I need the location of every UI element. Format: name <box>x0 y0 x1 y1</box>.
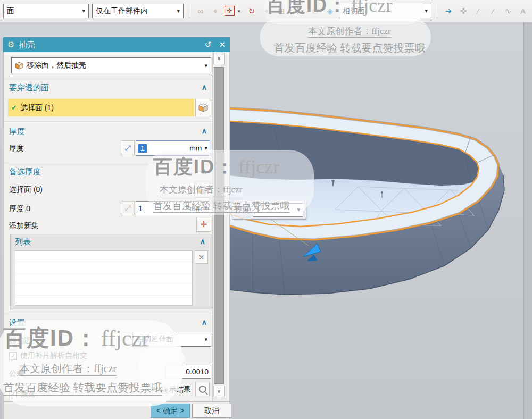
chevron-down-icon[interactable]: ▾ <box>297 206 300 213</box>
add-icon: ✛ <box>201 220 207 229</box>
show-result-label: 显示结果 <box>161 385 191 395</box>
circle-slash-icon[interactable]: ⊘ <box>309 6 321 16</box>
target-icon[interactable]: ⌖ <box>210 6 221 16</box>
toolbar-separator <box>189 4 189 18</box>
thickness-input[interactable]: 1 mm ▾ <box>136 140 210 156</box>
check-icon: ✔ <box>11 104 17 112</box>
chevron-down-icon: ▾ <box>173 7 180 14</box>
cube-icon <box>197 186 207 195</box>
unit-label: mm <box>189 204 202 213</box>
tolerance-label: 公差 <box>9 369 24 379</box>
collapse-icon[interactable]: ∧ <box>202 127 207 137</box>
thickness-value: 1 <box>138 144 147 153</box>
alt-thickness-label: 厚度 0 <box>9 204 30 214</box>
onscreen-thickness-field[interactable]: 1 ▾ <box>253 203 303 217</box>
shell-dialog: ⚙ 抽壳 ↺ ✕ 移除面，然后抽壳 ▾ 要穿透的面 ∧ ✔ 选择面 (1) <box>3 37 230 419</box>
ok-button[interactable]: < 确定 > <box>151 404 190 418</box>
collapse-icon[interactable]: ∧ <box>202 83 207 93</box>
measure-icon: ⤢ <box>124 204 130 213</box>
line-icon[interactable]: ∕ <box>472 6 484 15</box>
checkbox-checked-icon: ✓ <box>9 390 17 398</box>
face-selector-button[interactable] <box>195 99 211 116</box>
gem-icon[interactable]: ◈ <box>324 6 336 16</box>
section-thickness[interactable]: 厚度 ∧ <box>9 127 210 137</box>
measure-toggle-button[interactable]: ⤢ <box>121 140 135 155</box>
alt-face-selector-button[interactable] <box>194 182 210 198</box>
alt-select-face-label[interactable]: 选择面 (0) <box>9 185 43 195</box>
line-icon[interactable]: ∕ <box>487 6 499 15</box>
patch-self-intersect-checkbox[interactable]: ✓ 使用补片解析自相交 <box>9 351 87 361</box>
chevron-down-icon: ▾ <box>79 7 85 14</box>
preview-label: 预览 <box>20 389 35 399</box>
scroll-up-button[interactable]: ∧ <box>213 53 225 64</box>
reset-icon[interactable]: ↺ <box>205 40 212 49</box>
shell-type-value: 移除面，然后抽壳 <box>27 61 86 70</box>
scope-combo[interactable]: 仅在工作部件内 ▾ <box>92 4 184 18</box>
tangent-edge-value: 相切延伸面 <box>136 334 173 344</box>
section-pierce-faces[interactable]: 要穿透的面 ∧ <box>9 83 210 93</box>
checkbox-checked-icon: ✓ <box>9 352 17 360</box>
section-settings[interactable]: 设置 ∧ <box>9 318 210 328</box>
chevron-down-icon: ▾ <box>204 62 207 69</box>
snap-point-icon[interactable]: ✛ <box>225 6 235 16</box>
chevron-down-icon: ▾ <box>422 7 428 14</box>
chevron-down-icon[interactable]: ▾ <box>204 145 207 152</box>
alt-thickness-input[interactable]: 1 mm ▾ <box>136 201 210 215</box>
dialog-scrollbar[interactable]: ∧ ∨ <box>212 52 225 401</box>
shell-type-combo[interactable]: 移除面，然后抽壳 ▾ <box>11 57 211 73</box>
text-tool-icon[interactable]: A <box>517 6 529 15</box>
section-alt-thickness[interactable]: 备选厚度 ∧ <box>9 167 210 177</box>
marquee-select-icon[interactable] <box>290 7 298 14</box>
dialog-titlebar[interactable]: ⚙ 抽壳 ↺ ✕ <box>3 37 230 52</box>
toolbar-separator <box>437 4 437 18</box>
tangent-edge-combo[interactable]: 相切延伸面 ▾ <box>132 332 211 347</box>
onscreen-thickness-value: 1 <box>256 206 260 214</box>
cube-icon <box>198 103 208 112</box>
magnifier-icon <box>199 386 206 393</box>
face-rule-value: 相切面 <box>343 6 365 16</box>
dialog-body: 移除面，然后抽壳 ▾ 要穿透的面 ∧ ✔ 选择面 (1) 厚度 ∧ 厚度 <box>3 52 230 401</box>
cancel-button[interactable]: 取消 <box>192 404 231 418</box>
alt-thickness-value: 1 <box>138 204 143 213</box>
cube-plus-icon[interactable]: ⊞ <box>276 6 287 16</box>
add-new-set-button[interactable]: ✛ <box>196 217 211 232</box>
window-right-border <box>523 22 532 419</box>
tolerance-value: 0.0010 <box>186 367 209 376</box>
type-filter-combo[interactable]: 面 ▾ <box>3 4 89 18</box>
preview-checkbox[interactable]: ✓ 预览 <box>9 389 35 399</box>
scrollbar-thumb[interactable] <box>214 67 224 384</box>
alt-thickness-list[interactable] <box>15 250 193 306</box>
link-constraint-icon[interactable]: ∞ <box>195 6 206 15</box>
select-face-row[interactable]: ✔ 选择面 (1) <box>8 99 194 116</box>
rotate-point-icon[interactable]: ↻ <box>246 6 257 16</box>
pointer-icon[interactable]: ⌖ <box>261 6 272 16</box>
scroll-down-button[interactable]: ∨ <box>213 386 225 397</box>
patch-checkbox-label: 使用补片解析自相交 <box>20 351 87 361</box>
remove-list-item-button[interactable]: ✕ <box>195 250 208 264</box>
tangent-edge-label: 相切边 <box>9 336 31 346</box>
close-icon[interactable]: ✕ <box>219 40 226 49</box>
marquee-dropdown-icon[interactable]: ▾ <box>301 9 306 14</box>
section-list[interactable]: 列表 ∧ <box>15 237 209 247</box>
dialog-footer: < 确定 > 取消 <box>3 401 230 419</box>
dialog-title: 抽壳 <box>19 40 35 50</box>
tolerance-input[interactable]: 0.0010 <box>165 365 211 379</box>
collapse-icon[interactable]: ∧ <box>202 318 207 328</box>
unit-label: mm <box>189 144 202 153</box>
show-result-button[interactable] <box>195 382 210 396</box>
gear-icon: ⚙ <box>7 40 14 49</box>
collapse-icon[interactable]: ∧ <box>200 237 205 247</box>
measure-toggle-disabled-button: ⤢ <box>121 201 135 215</box>
onscreen-thickness-input[interactable]: 厚度 1 ▾ <box>232 200 306 220</box>
chevron-down-icon[interactable]: ▾ <box>204 205 207 212</box>
type-filter-value: 面 <box>7 6 14 16</box>
face-rule-combo[interactable]: 相切面 ▾ <box>339 4 431 18</box>
snap-point-dropdown-icon[interactable]: ▾ <box>238 9 243 14</box>
collapse-icon[interactable]: ∧ <box>202 167 207 177</box>
add-new-set-label: 添加新集 <box>9 221 39 231</box>
list-panel: 列表 ∧ ✕ <box>10 234 212 309</box>
3d-model-viewport[interactable] <box>229 22 532 419</box>
next-arrow-icon[interactable]: ➔ <box>443 6 454 16</box>
move-icon[interactable]: ✜ <box>458 6 469 16</box>
spline-icon[interactable]: ∿ <box>502 6 514 16</box>
